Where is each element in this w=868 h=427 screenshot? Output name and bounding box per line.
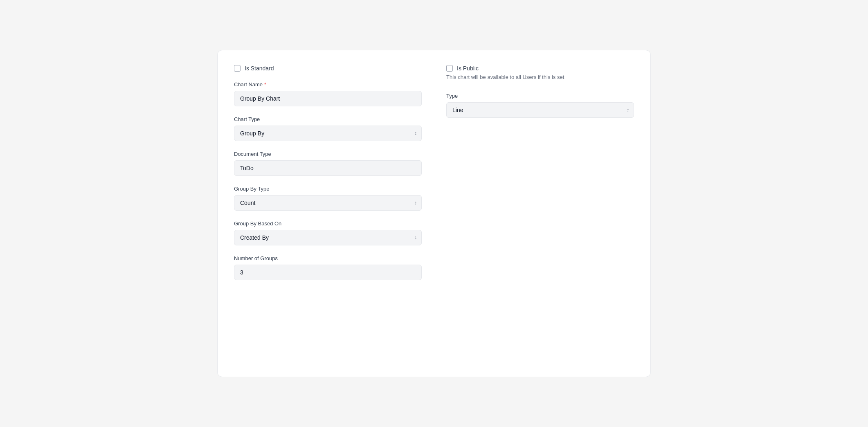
number-of-groups-group: Number of Groups [234, 255, 422, 280]
is-public-label: Is Public [457, 65, 479, 72]
group-by-type-group: Group By Type Count Sum Average ↕ [234, 186, 422, 211]
is-public-checkbox[interactable] [446, 65, 453, 72]
group-by-type-label: Group By Type [234, 186, 422, 192]
chart-type-label: Chart Type [234, 116, 422, 122]
chart-name-group: Chart Name * [234, 81, 422, 106]
document-type-label: Document Type [234, 151, 422, 157]
chart-type-select-wrapper: Group By Line Bar Pie ↕ [234, 126, 422, 141]
is-public-helper-text: This chart will be available to all User… [446, 73, 634, 81]
type-group: Type Line Bar Pie Scatter ↕ [446, 93, 634, 118]
number-of-groups-label: Number of Groups [234, 255, 422, 261]
number-of-groups-input[interactable] [234, 265, 422, 280]
type-select-wrapper: Line Bar Pie Scatter ↕ [446, 102, 634, 118]
type-label: Type [446, 93, 634, 99]
group-by-based-on-select-wrapper: Created By Modified By Status ↕ [234, 230, 422, 245]
document-type-group: Document Type ToDo [234, 151, 422, 176]
is-standard-row: Is Standard [234, 65, 422, 72]
group-by-type-select[interactable]: Count Sum Average [234, 195, 422, 211]
chart-type-group: Chart Type Group By Line Bar Pie ↕ [234, 116, 422, 141]
group-by-based-on-group: Group By Based On Created By Modified By… [234, 220, 422, 245]
group-by-type-select-wrapper: Count Sum Average ↕ [234, 195, 422, 211]
document-type-value: ToDo [234, 160, 422, 176]
group-by-based-on-select[interactable]: Created By Modified By Status [234, 230, 422, 245]
chart-type-select[interactable]: Group By Line Bar Pie [234, 126, 422, 141]
right-column: Is Public This chart will be available t… [446, 65, 634, 360]
chart-name-input[interactable] [234, 91, 422, 106]
group-by-based-on-label: Group By Based On [234, 220, 422, 227]
is-standard-checkbox[interactable] [234, 65, 241, 72]
required-indicator: * [264, 81, 266, 88]
is-public-row: Is Public [446, 65, 634, 72]
is-standard-label: Is Standard [245, 65, 274, 72]
chart-name-label: Chart Name * [234, 81, 422, 88]
left-column: Is Standard Chart Name * Chart Type Grou… [234, 65, 422, 360]
form-card: Is Standard Chart Name * Chart Type Grou… [217, 50, 651, 377]
type-select[interactable]: Line Bar Pie Scatter [446, 102, 634, 118]
